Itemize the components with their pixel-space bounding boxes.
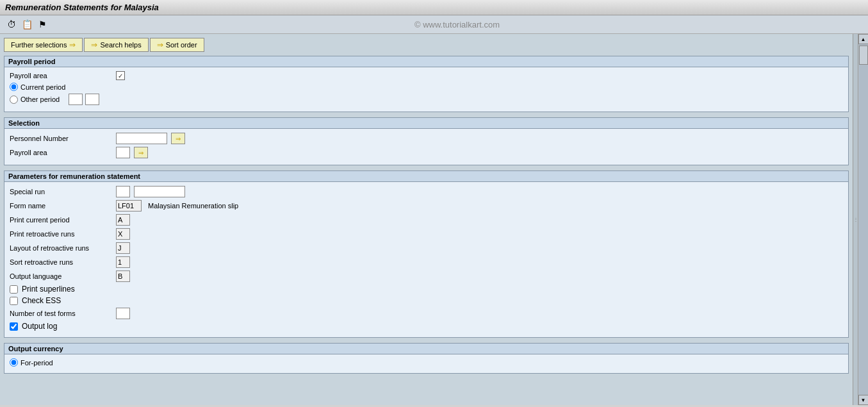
search-helps-arrow-icon: ⇒ xyxy=(91,40,97,49)
sort-order-arrow-icon: ⇒ xyxy=(157,40,163,49)
form-name-label: Form name xyxy=(10,202,112,210)
title-bar: Remuneration Statements for Malaysia xyxy=(0,0,868,15)
selection-payroll-area-input[interactable] xyxy=(116,147,130,158)
other-period-label: Other period xyxy=(20,96,60,103)
check-ess-row: Check ESS xyxy=(10,296,843,305)
tab-search-helps-label: Search helps xyxy=(100,41,141,49)
output-currency-section: Output currency For-period xyxy=(4,343,849,374)
form-name-row: Form name LF01 Malaysian Remuneration sl… xyxy=(10,200,843,212)
print-retroactive-runs-label: Print retroactive runs xyxy=(10,230,112,238)
output-log-label: Output log xyxy=(22,322,57,331)
output-language-value: B xyxy=(116,270,130,282)
clock-icon[interactable]: ⏱ xyxy=(5,18,18,31)
selection-payroll-area-label: Payroll area xyxy=(10,149,112,156)
other-period-row: Other period xyxy=(10,94,843,105)
special-run-input-2[interactable] xyxy=(134,186,185,197)
tab-further-selections-label: Further selections xyxy=(11,41,67,49)
output-log-row: Output log xyxy=(10,322,843,331)
current-period-label: Current period xyxy=(20,83,65,91)
selection-payroll-area-row: Payroll area ⇒ xyxy=(10,147,843,158)
layout-retroactive-runs-value: J xyxy=(116,242,130,254)
print-retroactive-runs-value: X xyxy=(116,228,130,240)
tab-search-helps[interactable]: ⇒ Search helps xyxy=(84,38,148,52)
for-period-label: For-period xyxy=(20,359,53,367)
other-period-input-2[interactable] xyxy=(85,94,99,105)
number-test-forms-label: Number of test forms xyxy=(10,310,112,317)
print-superlines-row: Print superlines xyxy=(10,285,843,294)
current-period-row: Current period xyxy=(10,83,843,91)
selection-payroll-area-select-btn[interactable]: ⇒ xyxy=(134,147,148,158)
parameters-title: Parameters for remuneration statement xyxy=(4,171,848,182)
output-log-checkbox[interactable] xyxy=(10,322,18,331)
toolbar: ⏱ 📋 ⚑ © www.tutorialkart.com xyxy=(0,15,868,34)
copy-icon[interactable]: 📋 xyxy=(20,18,33,31)
scrollbar-down-btn[interactable]: ▼ xyxy=(858,395,869,405)
special-run-input-1[interactable] xyxy=(116,186,130,197)
output-language-label: Output language xyxy=(10,272,112,280)
payroll-period-title: Payroll period xyxy=(4,56,848,67)
print-superlines-checkbox[interactable] xyxy=(10,285,18,294)
sort-retroactive-runs-value: 1 xyxy=(116,256,130,268)
personnel-number-select-btn[interactable]: ⇒ xyxy=(171,133,185,144)
tab-further-selections[interactable]: Further selections ⇒ xyxy=(4,38,83,52)
check-ess-checkbox[interactable] xyxy=(10,297,18,305)
number-test-forms-input[interactable] xyxy=(116,308,130,319)
form-name-description: Malaysian Remuneration slip xyxy=(148,202,238,210)
other-period-input-1[interactable] xyxy=(69,94,83,105)
checkmark-icon: ✓ xyxy=(118,72,123,79)
print-current-period-row: Print current period A xyxy=(10,214,843,226)
special-run-label: Special run xyxy=(10,188,112,195)
for-period-radio[interactable] xyxy=(10,358,18,367)
layout-retroactive-runs-label: Layout of retroactive runs xyxy=(10,244,112,252)
further-selections-arrow-icon: ⇒ xyxy=(69,40,76,49)
output-language-row: Output language B xyxy=(10,270,843,282)
check-ess-label: Check ESS xyxy=(22,296,61,305)
flag-icon[interactable]: ⚑ xyxy=(36,18,49,31)
payroll-area-label: Payroll area xyxy=(10,72,112,79)
print-retroactive-runs-row: Print retroactive runs X xyxy=(10,228,843,240)
print-superlines-label: Print superlines xyxy=(22,285,75,294)
tab-sort-order[interactable]: ⇒ Sort order xyxy=(150,38,204,52)
scrollbar-up-btn[interactable]: ▲ xyxy=(858,34,869,44)
print-current-period-value: A xyxy=(116,214,130,226)
for-period-row: For-period xyxy=(10,358,843,367)
personnel-number-input[interactable] xyxy=(116,133,167,144)
scrollbar-thumb[interactable] xyxy=(859,46,868,65)
scrollbar-right: ▲ ▼ xyxy=(858,34,868,405)
scrollbar-track xyxy=(859,44,868,395)
special-run-row: Special run xyxy=(10,186,843,197)
payroll-area-checkbox[interactable]: ✓ xyxy=(116,71,125,80)
tab-sort-order-label: Sort order xyxy=(166,41,197,49)
form-name-value: LF01 xyxy=(116,200,142,212)
watermark: © www.tutorialkart.com xyxy=(51,20,863,29)
selection-section: Selection Personnel Number ⇒ Payroll are… xyxy=(4,117,849,165)
page-title: Remuneration Statements for Malaysia xyxy=(5,3,159,12)
personnel-number-row: Personnel Number ⇒ xyxy=(10,133,843,144)
sort-retroactive-runs-row: Sort retroactive runs 1 xyxy=(10,256,843,268)
resize-handle: ⋮ xyxy=(853,34,858,405)
current-period-radio[interactable] xyxy=(10,83,18,91)
output-currency-title: Output currency xyxy=(4,344,848,354)
payroll-area-row: Payroll area ✓ xyxy=(10,71,843,80)
parameters-section: Parameters for remuneration statement Sp… xyxy=(4,170,849,338)
sort-retroactive-runs-label: Sort retroactive runs xyxy=(10,258,112,266)
number-test-forms-row: Number of test forms xyxy=(10,308,843,319)
layout-retroactive-runs-row: Layout of retroactive runs J xyxy=(10,242,843,254)
other-period-radio[interactable] xyxy=(10,96,18,104)
selection-title: Selection xyxy=(4,118,848,129)
tabs-bar: Further selections ⇒ ⇒ Search helps ⇒ So… xyxy=(4,38,849,52)
print-current-period-label: Print current period xyxy=(10,216,112,224)
payroll-period-section: Payroll period Payroll area ✓ Current pe… xyxy=(4,56,849,112)
personnel-number-label: Personnel Number xyxy=(10,135,112,142)
